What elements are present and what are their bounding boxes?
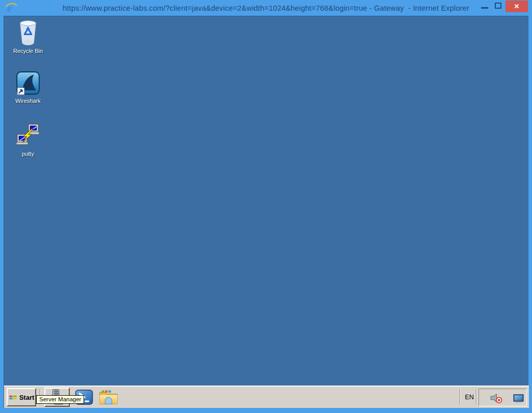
start-button-label: Start [19, 394, 35, 401]
taskbar-separator [476, 389, 477, 405]
network-icon [513, 393, 524, 403]
minimize-icon [481, 7, 488, 9]
screen: { "window": { "title": "https://www.prac… [0, 0, 532, 413]
wireshark-icon [15, 71, 41, 96]
quicklaunch-windows-explorer[interactable] [98, 389, 119, 406]
maximize-button[interactable] [493, 2, 503, 12]
windows-logo-icon [9, 394, 17, 401]
close-button[interactable]: ✕ [506, 1, 528, 12]
minimize-button[interactable] [479, 2, 490, 12]
desktop-icon-putty[interactable]: putty [11, 123, 45, 157]
desktop-icon-recycle-bin[interactable]: Recycle Bin [11, 19, 45, 54]
taskbar-separator [460, 389, 461, 405]
tray-network[interactable] [513, 393, 524, 405]
titlebar: e https://www.practice-labs.com/?client=… [0, 0, 532, 16]
recycle-bin-icon [15, 19, 41, 46]
volume-muted-icon [489, 392, 503, 404]
tray-volume-muted[interactable] [489, 392, 503, 406]
tooltip-server-manager: Server Manager [36, 395, 84, 404]
maximize-icon [495, 3, 501, 9]
system-tray [478, 389, 527, 406]
start-button[interactable]: Start [7, 388, 36, 406]
desktop-icon-label: Wireshark [15, 98, 41, 104]
language-indicator-label: EN [465, 394, 473, 401]
desktop-icon-label: Recycle Bin [13, 48, 43, 54]
folder-icon [99, 389, 118, 406]
window-title: https://www.practice-labs.com/?client=ja… [0, 0, 532, 16]
desktop-icon-wireshark[interactable]: Wireshark [11, 71, 45, 104]
close-icon: ✕ [514, 3, 520, 10]
desktop-icon-label: putty [22, 151, 34, 157]
putty-icon [15, 123, 41, 149]
remote-desktop: Recycle Bin Wireshark [4, 16, 528, 408]
language-indicator[interactable]: EN [462, 390, 476, 404]
tooltip-text: Server Manager [39, 396, 81, 402]
